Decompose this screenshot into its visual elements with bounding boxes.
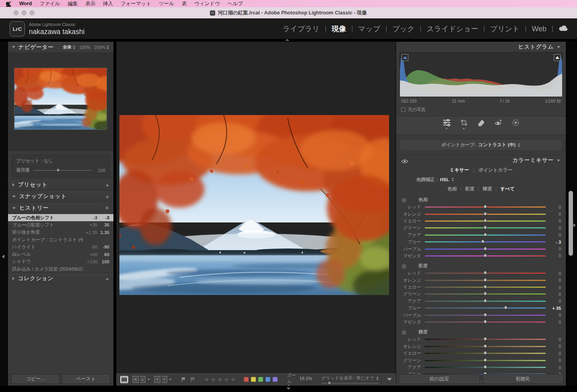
presets-add-icon[interactable]: + bbox=[105, 182, 109, 188]
original-photo-checkbox[interactable] bbox=[401, 107, 406, 112]
snapshots-add-icon[interactable]: + bbox=[105, 194, 109, 200]
slider-value[interactable]: 0 bbox=[546, 358, 561, 363]
slider-value[interactable]: 0 bbox=[546, 344, 561, 349]
history-row-6[interactable]: シャドウ+100100 bbox=[8, 258, 113, 265]
module-tab-3[interactable]: ブック bbox=[392, 24, 414, 34]
collapse-left-panel-arrow[interactable] bbox=[2, 255, 4, 259]
slider-track[interactable] bbox=[425, 307, 546, 309]
point-curve-dropdown-icon[interactable] bbox=[518, 143, 521, 147]
menubar-item-0[interactable]: Word bbox=[19, 1, 32, 6]
collapse-top-panel-arrow[interactable] bbox=[285, 39, 289, 41]
tab-point-color[interactable]: ポイントカラー bbox=[478, 167, 513, 174]
slider-value[interactable]: 0 bbox=[546, 313, 561, 317]
history-row-1[interactable]: ブルーの彩度シフト+3535 bbox=[8, 221, 113, 228]
adjust-value[interactable]: HSL bbox=[440, 177, 449, 182]
menubar-item-1[interactable]: ファイル bbox=[40, 0, 60, 7]
slider-thumb[interactable] bbox=[483, 232, 488, 237]
module-tab-5[interactable]: プリント bbox=[490, 24, 520, 34]
slider-value[interactable]: 0 bbox=[546, 320, 561, 325]
navigator-zoom-100[interactable]: 100% bbox=[79, 45, 91, 50]
navigator-thumbnail[interactable] bbox=[14, 68, 107, 129]
navigator-header[interactable]: ナビゲーター 全体 100% 200% bbox=[8, 42, 113, 53]
crop-tool-icon[interactable] bbox=[460, 119, 468, 127]
slider-value[interactable]: 0 bbox=[546, 226, 561, 230]
slider-thumb[interactable] bbox=[483, 253, 488, 258]
remove-tool-icon[interactable] bbox=[477, 119, 486, 127]
slider-thumb[interactable] bbox=[503, 305, 508, 310]
slider-thumb[interactable] bbox=[483, 211, 488, 216]
presets-section-header[interactable]: プリセット + bbox=[8, 179, 113, 190]
slider-value[interactable]: 0 bbox=[546, 271, 561, 276]
slider-track[interactable] bbox=[425, 234, 546, 236]
history-row-5[interactable]: 白レベル+6060 bbox=[8, 251, 113, 258]
point-curve-bar[interactable]: ポイントカーブ: コントラスト (中) bbox=[399, 139, 563, 151]
toolbar-options-icon[interactable] bbox=[387, 378, 392, 381]
slider-thumb[interactable] bbox=[483, 277, 488, 283]
slider-track[interactable] bbox=[425, 227, 546, 228]
slider-thumb[interactable] bbox=[483, 246, 488, 251]
slider-track[interactable] bbox=[425, 287, 546, 288]
module-tab-1[interactable]: 現像 bbox=[332, 24, 346, 34]
history-row-3[interactable]: ポイントカーブ : コントラスト (中) bbox=[8, 236, 113, 243]
slider-thumb[interactable] bbox=[483, 298, 488, 303]
apple-menu-icon[interactable] bbox=[6, 1, 11, 7]
slider-track[interactable] bbox=[425, 353, 546, 354]
collapse-right-panel-arrow[interactable] bbox=[573, 223, 576, 227]
slider-value[interactable]: + 35 bbox=[546, 306, 561, 311]
slider-value[interactable]: 0 bbox=[546, 292, 561, 297]
menubar-item-5[interactable]: フォーマット bbox=[121, 0, 151, 7]
shadow-clipping-indicator[interactable] bbox=[401, 54, 408, 61]
module-tab-0[interactable]: ライブラリ bbox=[282, 24, 319, 34]
paste-button[interactable]: ペースト bbox=[62, 374, 110, 384]
reset-button[interactable]: 初期化 bbox=[482, 374, 564, 384]
menubar-item-2[interactable]: 編集 bbox=[68, 0, 78, 7]
history-clear-icon[interactable]: ✕ bbox=[105, 206, 109, 210]
menubar-item-9[interactable]: ヘルプ bbox=[228, 0, 243, 7]
module-tab-6[interactable]: Web bbox=[532, 25, 547, 33]
edit-basic-icon[interactable] bbox=[442, 119, 451, 127]
slider-value[interactable]: - 3 bbox=[546, 240, 561, 244]
before-after-lr-button[interactable]: RA bbox=[133, 376, 150, 383]
collections-add-icon[interactable]: + bbox=[105, 276, 109, 282]
panel-visibility-eye-icon[interactable] bbox=[401, 158, 408, 165]
preset-amount-slider[interactable] bbox=[33, 170, 92, 171]
slider-value[interactable]: 0 bbox=[546, 253, 561, 258]
slider-thumb[interactable] bbox=[483, 291, 488, 297]
target-adjustment-icon[interactable]: ◎ bbox=[401, 329, 406, 335]
history-row-4[interactable]: ハイライト-90-90 bbox=[8, 243, 113, 251]
slider-thumb[interactable] bbox=[483, 218, 488, 223]
color-label-swatch-4[interactable] bbox=[272, 377, 278, 382]
slider-track[interactable] bbox=[425, 360, 546, 361]
slider-thumb[interactable] bbox=[483, 337, 488, 342]
slider-track[interactable] bbox=[425, 241, 546, 242]
slider-track[interactable] bbox=[425, 255, 546, 257]
slider-track[interactable] bbox=[425, 367, 546, 368]
menubar-item-4[interactable]: 挿入 bbox=[103, 0, 113, 7]
navigator-zoom-200[interactable]: 200% bbox=[94, 45, 109, 50]
slider-track[interactable] bbox=[425, 315, 546, 316]
before-after-tb-button[interactable]: YY bbox=[154, 376, 171, 383]
slider-track[interactable] bbox=[425, 206, 546, 208]
masking-tool-icon[interactable] bbox=[511, 119, 520, 127]
slider-track[interactable] bbox=[425, 220, 546, 222]
slider-thumb[interactable] bbox=[480, 239, 486, 244]
red-eye-tool-icon[interactable] bbox=[494, 119, 503, 127]
slider-track[interactable] bbox=[425, 301, 546, 302]
history-section-header[interactable]: ヒストリー ✕ bbox=[8, 202, 113, 214]
slider-value[interactable]: 0 bbox=[546, 212, 561, 216]
slider-value[interactable]: 0 bbox=[546, 247, 561, 251]
navigator-fit-control[interactable]: 全体 bbox=[63, 44, 76, 50]
pick-flag-icon[interactable] bbox=[181, 377, 187, 382]
slider-value[interactable]: 0 bbox=[546, 285, 561, 290]
slider-thumb[interactable] bbox=[483, 319, 488, 324]
subtab-2[interactable]: 輝度 bbox=[483, 186, 492, 192]
slider-track[interactable] bbox=[425, 273, 546, 274]
slider-thumb[interactable] bbox=[483, 284, 488, 289]
grid-overlay-dropdown-icon[interactable] bbox=[376, 376, 379, 380]
slider-track[interactable] bbox=[425, 214, 546, 215]
slider-value[interactable]: 0 bbox=[546, 278, 561, 283]
slider-track[interactable] bbox=[425, 321, 546, 323]
slider-thumb[interactable] bbox=[483, 270, 488, 275]
collections-section-header[interactable]: コレクション + bbox=[8, 273, 113, 284]
color-label-swatch-0[interactable] bbox=[244, 377, 249, 382]
